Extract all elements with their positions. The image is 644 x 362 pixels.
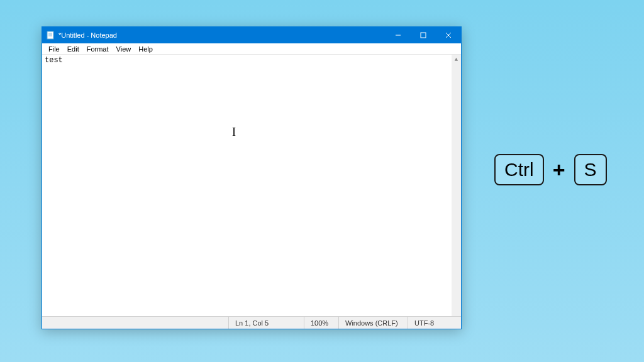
notepad-app-icon xyxy=(46,31,55,40)
menu-edit[interactable]: Edit xyxy=(64,45,83,53)
status-encoding: UTF-8 xyxy=(408,317,461,329)
menu-view[interactable]: View xyxy=(113,45,135,53)
menu-file[interactable]: File xyxy=(45,45,64,53)
maximize-button[interactable] xyxy=(411,27,436,43)
titlebar[interactable]: *Untitled - Notepad xyxy=(42,27,461,43)
key-ctrl: Ctrl xyxy=(494,154,544,185)
minimize-button[interactable] xyxy=(386,27,411,43)
window-controls xyxy=(386,27,461,43)
plus-icon: + xyxy=(553,158,565,182)
keyboard-shortcut: Ctrl + S xyxy=(494,154,607,185)
status-position: Ln 1, Col 5 xyxy=(228,317,304,329)
menubar: File Edit Format View Help xyxy=(42,43,461,55)
editor-content: test xyxy=(45,56,458,65)
status-line-ending: Windows (CRLF) xyxy=(338,317,408,329)
key-s: S xyxy=(574,154,607,185)
text-editor[interactable]: test I ▲ xyxy=(42,55,461,316)
svg-rect-5 xyxy=(421,33,426,38)
close-button[interactable] xyxy=(436,27,461,43)
svg-rect-0 xyxy=(47,31,53,39)
menu-help[interactable]: Help xyxy=(135,45,157,53)
text-cursor-icon: I xyxy=(232,127,233,137)
statusbar: Ln 1, Col 5 100% Windows (CRLF) UTF-8 xyxy=(42,316,461,329)
window-title: *Untitled - Notepad xyxy=(58,31,117,39)
scroll-up-icon[interactable]: ▲ xyxy=(452,55,461,64)
status-zoom: 100% xyxy=(304,317,338,329)
menu-format[interactable]: Format xyxy=(83,45,113,53)
notepad-window: *Untitled - Notepad File Edit Format Vie… xyxy=(42,26,462,329)
vertical-scrollbar[interactable]: ▲ xyxy=(452,55,461,316)
